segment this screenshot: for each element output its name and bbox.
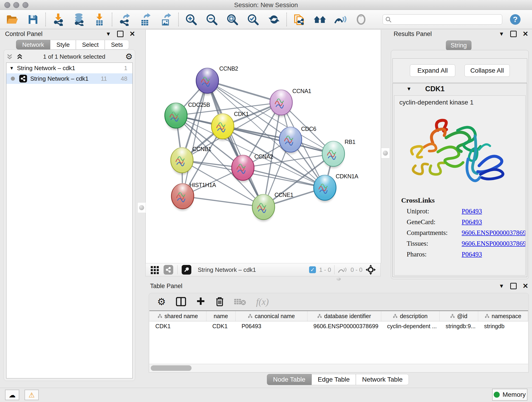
tab-select[interactable]: Select bbox=[76, 40, 105, 50]
network-collection-row[interactable]: ▼ String Network – cdk1 1 bbox=[6, 63, 133, 73]
copy-style-icon[interactable] bbox=[293, 13, 306, 26]
protein-section-expander-icon[interactable]: ▼ bbox=[406, 86, 412, 92]
network-node-RB1[interactable] bbox=[322, 140, 345, 168]
memory-button[interactable]: Memory bbox=[492, 389, 527, 401]
bottom-splitter-handle[interactable] bbox=[334, 277, 343, 281]
network-current-dot-icon bbox=[6, 77, 19, 81]
column-header-shared-name[interactable]: shared name bbox=[149, 311, 206, 321]
main-toolbar: ? bbox=[0, 10, 532, 29]
zoom-selected-icon[interactable] bbox=[247, 13, 259, 26]
panel-float-icon[interactable] bbox=[510, 31, 517, 37]
tab-string[interactable]: String bbox=[446, 40, 472, 51]
panel-close-icon[interactable]: ✕ bbox=[523, 283, 528, 289]
node-label-CCNE1: CCNE1 bbox=[274, 191, 293, 198]
table-cell[interactable]: P06493 bbox=[235, 321, 307, 331]
network-view-canvas[interactable]: CCNB2CCNA1CDC25BCDK1CDC6RB1CCNB1CCNA2CDK… bbox=[146, 30, 381, 263]
crosslink-genecard-link[interactable]: P06493 bbox=[462, 218, 482, 226]
cloud-status-button[interactable]: ☁ bbox=[5, 390, 19, 400]
panel-float-icon[interactable] bbox=[117, 31, 123, 37]
panel-close-icon[interactable]: ✕ bbox=[523, 31, 528, 37]
export-table-icon[interactable] bbox=[139, 13, 152, 26]
delete-column-icon[interactable] bbox=[215, 297, 224, 307]
zoom-out-icon[interactable] bbox=[205, 13, 218, 26]
panel-menu-icon[interactable]: ▼ bbox=[499, 283, 504, 289]
export-image-icon[interactable] bbox=[159, 13, 172, 26]
save-session-icon[interactable] bbox=[27, 13, 39, 26]
collapse-all-networks-icon[interactable] bbox=[6, 53, 13, 60]
column-header--id[interactable]: @id bbox=[440, 311, 478, 321]
crosslink-compartments-link[interactable]: 9606.ENSP00000378699 bbox=[462, 229, 526, 236]
panel-close-icon[interactable]: ✕ bbox=[129, 31, 135, 37]
show-panels-eye-icon[interactable] bbox=[355, 13, 367, 26]
zoom-fit-icon[interactable] bbox=[226, 13, 239, 26]
network-node-CCNB1[interactable] bbox=[171, 147, 193, 174]
expand-all-networks-icon[interactable] bbox=[16, 53, 23, 60]
export-network-icon[interactable] bbox=[118, 13, 131, 26]
network-selected-label: 1 of 1 Network selected bbox=[23, 53, 125, 60]
view-grid-icon[interactable] bbox=[150, 265, 159, 274]
left-splitter-handle[interactable] bbox=[138, 202, 146, 213]
table-horizontal-scrollbar[interactable] bbox=[149, 364, 528, 372]
table-cell[interactable]: 9606.ENSP00000378699 bbox=[307, 321, 381, 331]
network-node-CDC25B[interactable] bbox=[165, 102, 187, 130]
table-cell[interactable]: stringdb bbox=[478, 321, 528, 331]
tab-sets[interactable]: Sets bbox=[105, 40, 129, 50]
network-edge-ccnb2-hist1h1a[interactable] bbox=[183, 81, 207, 196]
import-network-database-icon[interactable] bbox=[72, 13, 85, 26]
tree-expander-icon[interactable]: ▼ bbox=[6, 65, 17, 71]
expand-all-button[interactable]: Expand All bbox=[410, 64, 455, 77]
column-header-namespace[interactable]: namespace bbox=[478, 311, 528, 321]
crosslink-label: Tissues: bbox=[401, 240, 462, 247]
column-header-canonical-name[interactable]: canonical name bbox=[235, 311, 307, 321]
tab-network[interactable]: Network bbox=[16, 40, 50, 50]
open-file-icon[interactable] bbox=[6, 13, 19, 26]
table-cell[interactable]: cyclin-dependent ... bbox=[381, 321, 440, 331]
column-header-name[interactable]: name bbox=[206, 311, 235, 321]
search-box[interactable] bbox=[383, 14, 502, 25]
table-cell[interactable]: stringdb:9... bbox=[440, 321, 478, 331]
panel-float-icon[interactable] bbox=[510, 283, 517, 289]
panel-menu-icon[interactable]: ▼ bbox=[499, 31, 504, 37]
table-cell[interactable]: CDK1 bbox=[206, 321, 235, 331]
home-icon[interactable] bbox=[313, 13, 326, 26]
selected-nodes-checkbox-icon[interactable]: ✓ bbox=[309, 266, 316, 273]
collapse-all-button[interactable]: Collapse All bbox=[464, 64, 510, 77]
string-view-icon[interactable] bbox=[164, 265, 173, 274]
import-network-file-icon[interactable] bbox=[52, 13, 65, 26]
right-splitter-handle[interactable] bbox=[381, 148, 390, 158]
table-cell[interactable]: CDK1 bbox=[149, 321, 206, 331]
search-input[interactable] bbox=[392, 16, 500, 23]
tab-network-table[interactable]: Network Table bbox=[356, 374, 409, 385]
fit-selection-crosshair-icon[interactable] bbox=[366, 265, 376, 275]
hidden-eye-slash-icon[interactable] bbox=[338, 266, 347, 274]
network-node-CCNA1[interactable] bbox=[270, 89, 292, 117]
show-columns-icon[interactable] bbox=[176, 297, 186, 306]
crosslink-tissues-link[interactable]: 9606.ENSP00000378699 bbox=[462, 240, 526, 247]
tab-edge-table[interactable]: Edge Table bbox=[312, 374, 356, 385]
column-header-description[interactable]: description bbox=[381, 311, 440, 321]
network-options-gear-icon[interactable]: ⚙ bbox=[125, 52, 133, 61]
string-network-icon bbox=[19, 75, 27, 83]
hide-panels-eye-icon[interactable] bbox=[334, 13, 347, 26]
crosslink-pharos-link[interactable]: P06493 bbox=[462, 250, 482, 258]
help-icon[interactable]: ? bbox=[510, 14, 520, 25]
zoom-in-icon[interactable] bbox=[185, 13, 197, 26]
network-node-CCNB2[interactable] bbox=[196, 67, 219, 95]
table-toolbar: ⚙ f(x) bbox=[149, 293, 529, 310]
crosslink-uniprot-link[interactable]: P06493 bbox=[462, 207, 482, 215]
warnings-button[interactable]: ⚠ bbox=[25, 390, 39, 400]
network-node-CDKN1A[interactable] bbox=[314, 174, 336, 202]
birds-eye-view-icon[interactable] bbox=[182, 265, 191, 274]
network-node-CCNE1[interactable] bbox=[252, 194, 275, 221]
refresh-icon[interactable] bbox=[268, 13, 280, 26]
panel-menu-icon[interactable]: ▼ bbox=[106, 31, 111, 37]
tab-style[interactable]: Style bbox=[50, 40, 76, 50]
import-table-icon[interactable] bbox=[93, 13, 106, 26]
tab-node-table[interactable]: Node Table bbox=[267, 374, 312, 385]
column-header-database-identifier[interactable]: database identifier bbox=[307, 311, 381, 321]
table-options-gear-icon[interactable]: ⚙ bbox=[157, 296, 166, 307]
network-edge-hist1h1a-ccne1[interactable] bbox=[183, 196, 264, 207]
add-column-icon[interactable] bbox=[196, 297, 205, 306]
scrollbar-thumb[interactable] bbox=[151, 365, 191, 371]
network-row-selected[interactable]: String Network – cdk1 11 48 bbox=[6, 73, 133, 84]
